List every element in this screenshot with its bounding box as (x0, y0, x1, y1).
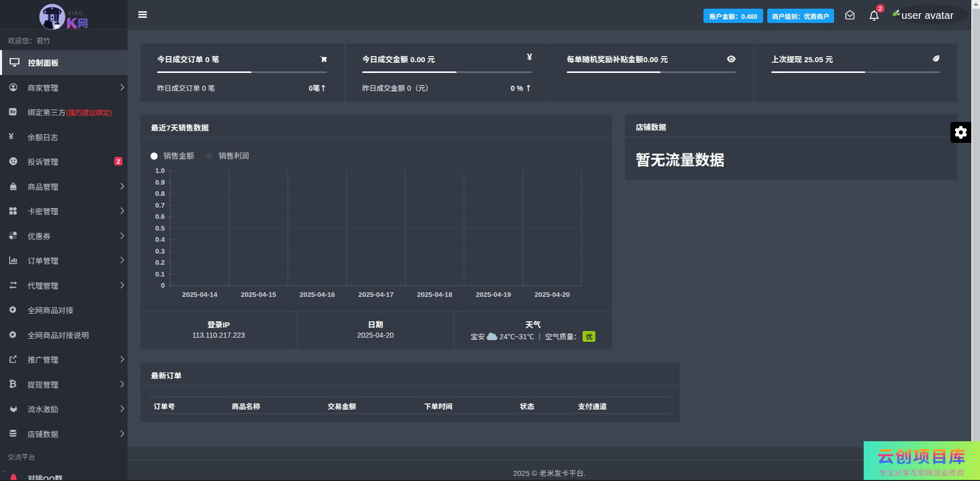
svg-text:Be: Be (10, 110, 16, 115)
svg-text:K: K (67, 15, 78, 30)
svg-text:网: 网 (78, 15, 88, 30)
